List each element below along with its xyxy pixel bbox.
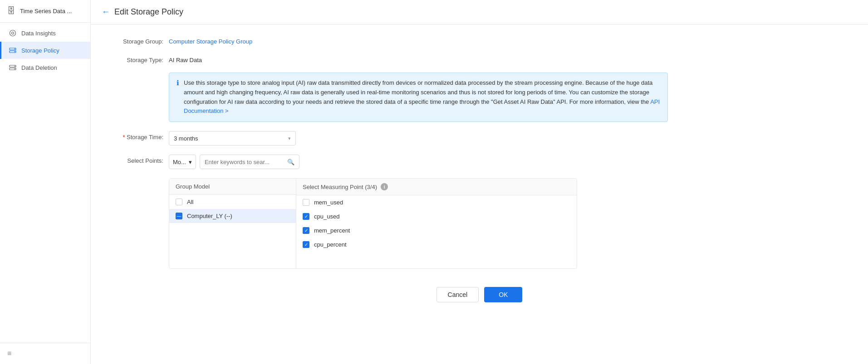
model-dropdown-value: Mo... (173, 159, 186, 165)
svg-point-1 (12, 32, 14, 34)
sidebar-item-storage-policy[interactable]: Storage Policy (0, 42, 90, 59)
select-points-row: Select Points: Mo... ▾ 🔍 (105, 155, 853, 169)
sidebar-title: Time Series Data ... (20, 8, 72, 15)
measuring-panel-title: Select Measuring Point (3/4) (303, 184, 377, 190)
mem-percent-checkbox[interactable] (303, 227, 309, 234)
sidebar-item-label-storage-policy: Storage Policy (21, 47, 59, 54)
storage-type-value: AI Raw Data (169, 54, 202, 63)
group-model-item-label: Computer_LY (--) (187, 213, 232, 219)
timeseries-icon: 🗄 (7, 6, 15, 16)
info-text: Use this storage type to store analog in… (184, 78, 660, 116)
chevron-down-icon: ▾ (288, 136, 291, 141)
mem-percent-row[interactable]: mem_percent (296, 223, 577, 238)
storage-policy-icon (9, 46, 17, 54)
sidebar: 🗄 Time Series Data ... Data Insights (0, 0, 91, 364)
main-content: ← Edit Storage Policy Storage Group: Com… (91, 0, 868, 364)
info-box: ℹ Use this storage type to store analog … (169, 73, 668, 122)
info-icon: ℹ (177, 79, 179, 116)
measuring-panel-header: Select Measuring Point (3/4) i (296, 179, 577, 195)
sidebar-item-label-data-deletion: Data Deletion (21, 64, 57, 71)
cpu-used-label: cpu_used (314, 213, 339, 220)
storage-group-value: Computer Storage Policy Group (169, 35, 252, 45)
mem-used-checkbox[interactable] (303, 199, 309, 206)
search-icon: 🔍 (287, 159, 294, 165)
sidebar-header: 🗄 Time Series Data ... (0, 0, 90, 23)
action-buttons: Cancel OK (105, 276, 853, 313)
cancel-button[interactable]: Cancel (436, 287, 479, 302)
back-button[interactable]: ← (102, 7, 110, 17)
storage-type-row: Storage Type: AI Raw Data (105, 54, 853, 63)
cpu-used-row[interactable]: cpu_used (296, 209, 577, 223)
storage-time-dropdown[interactable]: 3 months ▾ (169, 131, 296, 146)
select-points-label: Select Points: (105, 155, 169, 164)
storage-time-row: Storage Time: 3 months ▾ (105, 131, 853, 146)
svg-point-8 (15, 66, 15, 67)
model-dropdown[interactable]: Mo... ▾ (169, 155, 196, 169)
page-title: Edit Storage Policy (114, 7, 183, 17)
cpu-percent-row[interactable]: cpu_percent (296, 238, 577, 252)
keyword-search-input[interactable] (205, 159, 284, 165)
data-deletion-icon (9, 63, 17, 72)
group-model-all-label: All (187, 199, 193, 205)
mem-percent-label: mem_percent (314, 227, 350, 234)
storage-time-value: 3 months (174, 135, 198, 142)
measuring-info-icon[interactable]: i (381, 183, 388, 190)
computer-ly-checkbox[interactable] (176, 213, 182, 219)
group-model-all-row[interactable]: All (169, 195, 296, 209)
data-insights-icon (9, 29, 17, 37)
keyword-search-container[interactable]: 🔍 (200, 155, 299, 169)
page-header: ← Edit Storage Policy (91, 0, 868, 24)
menu-icon[interactable]: ≡ (7, 349, 11, 357)
cpu-used-checkbox[interactable] (303, 213, 309, 220)
group-model-panel: Group Model All Computer_LY (--) (169, 179, 296, 268)
svg-point-5 (15, 51, 15, 52)
storage-type-label: Storage Type: (105, 54, 169, 63)
mem-used-label: mem_used (314, 199, 343, 206)
all-checkbox[interactable] (176, 199, 182, 205)
mem-used-row[interactable]: mem_used (296, 195, 577, 209)
ok-button[interactable]: OK (484, 287, 522, 302)
group-model-header: Group Model (169, 179, 296, 195)
sidebar-item-data-insights[interactable]: Data Insights (0, 24, 90, 42)
storage-time-label: Storage Time: (105, 131, 169, 141)
storage-group-label: Storage Group: (105, 35, 169, 45)
select-points-container: Mo... ▾ 🔍 (169, 155, 299, 169)
svg-point-9 (15, 68, 15, 69)
storage-group-row: Storage Group: Computer Storage Policy G… (105, 35, 853, 45)
measuring-panel: Select Measuring Point (3/4) i mem_used … (296, 179, 577, 268)
sidebar-footer[interactable]: ≡ (0, 343, 90, 364)
sidebar-item-label-data-insights: Data Insights (21, 30, 56, 37)
cpu-percent-label: cpu_percent (314, 241, 347, 248)
svg-point-4 (15, 49, 15, 49)
sidebar-item-data-deletion[interactable]: Data Deletion (0, 59, 90, 76)
model-chevron-icon: ▾ (189, 159, 192, 165)
sidebar-nav: Data Insights Storage Policy (0, 23, 90, 343)
cpu-percent-checkbox[interactable] (303, 241, 309, 248)
points-table: Group Model All Computer_LY (--) Select … (169, 178, 577, 269)
svg-point-0 (10, 30, 16, 36)
group-model-item-row[interactable]: Computer_LY (--) (169, 209, 296, 223)
form-content: Storage Group: Computer Storage Policy G… (91, 24, 868, 364)
